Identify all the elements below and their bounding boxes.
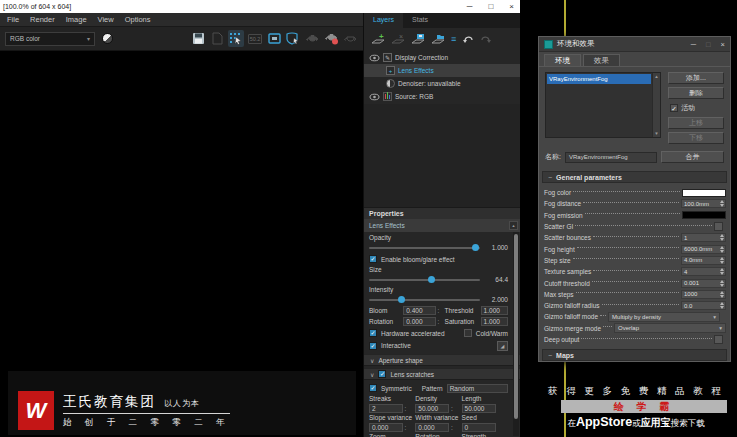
saturation-field[interactable]: 1.000: [481, 317, 508, 326]
spinner-arrows-icon[interactable]: [718, 257, 725, 264]
display-correction-sphere-icon[interactable]: [102, 33, 113, 44]
step-size-spinner[interactable]: 4.0mm: [681, 256, 726, 265]
move-up-button[interactable]: 上移: [668, 117, 724, 129]
minimize-button[interactable]: ─: [467, 0, 473, 13]
lens-scratches-rollout[interactable]: ∨ ✓ Lens scratches: [364, 368, 520, 380]
undo-button[interactable]: [462, 34, 474, 44]
threshold-field[interactable]: 1.000: [481, 306, 508, 315]
menu-item-view[interactable]: View: [98, 15, 114, 24]
channel-dropdown[interactable]: RGB color ▾: [5, 32, 95, 46]
spinner-arrows-icon[interactable]: [718, 234, 725, 241]
deep-output-checkbox[interactable]: [714, 335, 723, 344]
layer-row-denoiser[interactable]: Denoiser: unavailable: [364, 77, 520, 90]
fog-height-spinner[interactable]: 6000.0mm: [681, 245, 726, 254]
dialog-titlebar[interactable]: 环境和效果 ─ □ ×: [539, 37, 730, 52]
tab-layers[interactable]: Layers: [364, 13, 403, 28]
vfb-titlebar[interactable]: [100.0% of 604 x 604] ─ □ ×: [0, 0, 520, 13]
active-checkbox[interactable]: ✓: [670, 104, 678, 112]
effects-list[interactable]: VRayEnvironmentFog ▲ ▼: [545, 72, 661, 138]
pattern-dropdown[interactable]: Random: [447, 384, 508, 393]
texture-samples-spinner[interactable]: 4: [681, 267, 726, 276]
scroll-up-icon[interactable]: ▲: [654, 73, 658, 80]
lens-scratches-checkbox[interactable]: ✓: [378, 370, 386, 378]
layer-row-display-correction[interactable]: ✎ Display Correction: [364, 51, 520, 64]
render-button[interactable]: [323, 30, 339, 47]
intensity-slider[interactable]: [369, 299, 480, 301]
length-field[interactable]: 50.000: [462, 404, 496, 413]
opacity-slider[interactable]: [369, 247, 480, 249]
scroll-down-icon[interactable]: ▼: [654, 130, 658, 137]
slope-spinner[interactable]: :: [403, 424, 408, 431]
region-render-button[interactable]: [266, 30, 282, 47]
gizmo-falloff-mode-dropdown[interactable]: Multiply by density▾: [608, 312, 720, 322]
hardware-accelerated-checkbox[interactable]: ✓: [369, 329, 377, 337]
slope-variance-field[interactable]: 0.000: [369, 423, 403, 432]
stamp-button[interactable]: 50.2: [247, 30, 263, 47]
close-button[interactable]: ×: [509, 0, 514, 13]
maps-rollout[interactable]: − Maps: [542, 349, 727, 361]
layer-list-button[interactable]: ≡: [451, 34, 456, 44]
width-spinner[interactable]: :: [449, 424, 454, 431]
properties-scrollbar[interactable]: [513, 232, 519, 436]
render-last-button[interactable]: [304, 30, 320, 47]
track-mouse-button[interactable]: [228, 30, 244, 47]
cutoff-threshold-spinner[interactable]: 0.001: [681, 279, 726, 288]
name-field[interactable]: VRayEnvironmentFog: [565, 152, 657, 163]
seed-field[interactable]: 0: [462, 423, 496, 432]
copy-to-clipboard-button[interactable]: [209, 30, 225, 47]
gizmo-falloff-radius-spinner[interactable]: 0.0: [681, 301, 726, 310]
slider-knob[interactable]: [472, 244, 479, 251]
scrollbar-thumb[interactable]: [514, 234, 518, 419]
layer-row-source-rgb[interactable]: Source: RGB: [364, 90, 520, 103]
merge-button[interactable]: 合并: [661, 151, 724, 163]
menu-item-render[interactable]: Render: [30, 15, 55, 24]
add-layer-button[interactable]: +: [371, 33, 385, 45]
spinner-arrows-icon[interactable]: [718, 302, 725, 309]
gizmo-merge-mode-dropdown[interactable]: Overlap▾: [614, 323, 726, 333]
spinner-arrows-icon[interactable]: [718, 268, 725, 275]
dialog-minimize-button[interactable]: ─: [691, 38, 696, 51]
move-down-button[interactable]: 下移: [668, 132, 724, 144]
tab-stats[interactable]: Stats: [403, 13, 437, 28]
cold-warm-checkbox[interactable]: [464, 329, 472, 337]
layer-row-lens-effects[interactable]: + Lens Effects: [364, 64, 520, 77]
max-steps-spinner[interactable]: 1000: [681, 290, 726, 299]
follow-mouse-button[interactable]: [285, 30, 301, 47]
bloom-field[interactable]: 0.400: [403, 306, 436, 315]
delete-button[interactable]: 删除: [668, 87, 724, 99]
tab-effects[interactable]: 效果: [583, 54, 620, 66]
render-canvas[interactable]: W 王氏教育集团 以人为本 始 创 于 二 零 零 二 年: [0, 51, 363, 437]
menu-item-image[interactable]: Image: [66, 15, 87, 24]
spinner-arrows-icon[interactable]: [718, 246, 725, 253]
aperture-shape-rollout[interactable]: ∨ Aperture shape: [364, 354, 520, 366]
streaks-spinner[interactable]: :: [403, 405, 408, 412]
symmetric-checkbox[interactable]: ✓: [369, 384, 377, 392]
dialog-close-button[interactable]: ×: [721, 38, 725, 51]
interactive-checkbox[interactable]: ✓: [369, 342, 377, 350]
slider-knob[interactable]: [398, 296, 405, 303]
density-field[interactable]: 50.000: [415, 404, 449, 413]
visibility-eye-icon[interactable]: [368, 93, 380, 101]
visibility-eye-icon[interactable]: [368, 54, 380, 62]
delete-layer-button[interactable]: ×: [391, 33, 405, 45]
menu-item-options[interactable]: Options: [125, 15, 151, 24]
width-variance-field[interactable]: 0.000: [415, 423, 449, 432]
scatter-bounces-spinner[interactable]: 1: [681, 233, 726, 242]
fog-emission-swatch[interactable]: [682, 211, 726, 219]
enable-bloom-checkbox[interactable]: ✓: [369, 255, 377, 263]
scatter-gi-checkbox[interactable]: [714, 222, 723, 231]
scroll-up-button[interactable]: ▲: [509, 221, 518, 230]
density-spinner[interactable]: :: [449, 405, 454, 412]
size-slider[interactable]: [369, 279, 480, 281]
save-image-button[interactable]: [190, 30, 206, 47]
spinner-arrows-icon[interactable]: [718, 280, 725, 287]
menu-item-file[interactable]: File: [7, 15, 19, 24]
list-scrollbar[interactable]: ▲ ▼: [652, 73, 660, 137]
spinner-arrows-icon[interactable]: [718, 200, 725, 207]
list-item-vray-environment-fog[interactable]: VRayEnvironmentFog: [547, 74, 651, 84]
streaks-field[interactable]: 2: [369, 404, 403, 413]
load-layers-button[interactable]: [431, 33, 445, 45]
save-layers-button[interactable]: [411, 33, 425, 45]
slider-knob[interactable]: [428, 276, 435, 283]
rotation-field[interactable]: 0.000: [403, 317, 436, 326]
